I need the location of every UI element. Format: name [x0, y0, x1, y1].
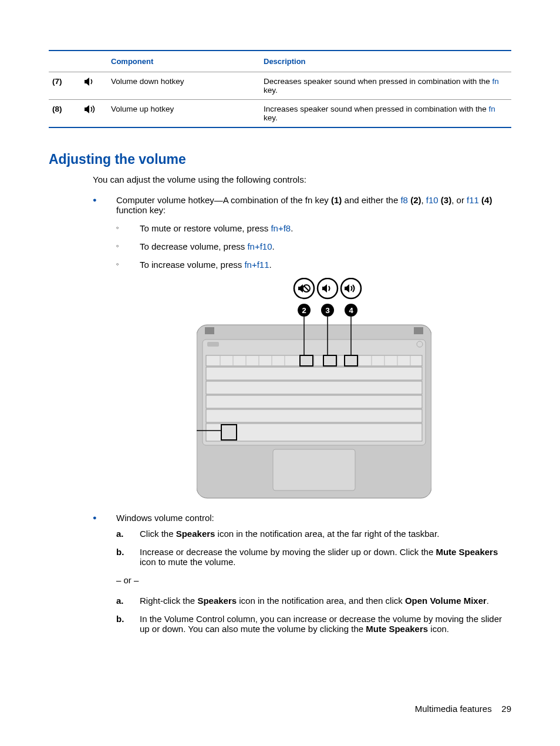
- list-item: To increase volume, press fn+f11.: [116, 260, 511, 270]
- component-name: Volume down hotkey: [111, 72, 264, 99]
- bold-text: Speakers: [176, 529, 215, 539]
- svg-text:3: 3: [325, 306, 329, 315]
- svg-point-2: [341, 278, 361, 298]
- volume-down-icon: [85, 72, 111, 99]
- svg-rect-23: [206, 395, 422, 408]
- body-text: icon to mute the volume.: [140, 557, 235, 567]
- svg-rect-40: [273, 449, 355, 490]
- svg-rect-20: [345, 355, 357, 366]
- desc-text: Increases speaker sound when pressed in …: [264, 105, 488, 113]
- table-header-row: Component Description: [49, 51, 511, 72]
- bold-text: Speakers: [197, 596, 237, 606]
- header-component: Component: [111, 51, 264, 72]
- svg-rect-13: [205, 327, 214, 334]
- svg-point-1: [318, 278, 338, 298]
- intro-paragraph: You can adjust the volume using the foll…: [93, 174, 511, 184]
- svg-rect-21: [206, 367, 422, 380]
- body-text: ,: [421, 195, 426, 205]
- list-marker: a.: [116, 596, 124, 606]
- component-desc: Increases speaker sound when pressed in …: [264, 100, 511, 127]
- desc-text: key.: [264, 86, 278, 95]
- body-text: and either the: [342, 195, 400, 205]
- fn-key-link[interactable]: fn: [492, 77, 498, 86]
- callout-number: (1): [331, 195, 342, 205]
- svg-rect-15: [207, 342, 219, 347]
- keyboard-illustration: 234: [197, 278, 431, 501]
- footer-section: Multimedia features: [415, 704, 492, 714]
- body-text: icon in the notification area, at the fa…: [215, 529, 439, 539]
- key-link[interactable]: fn+f10: [247, 241, 272, 251]
- body-text: .: [272, 241, 275, 251]
- bold-text: Mute Speakers: [366, 624, 428, 634]
- callout-number: (2): [410, 195, 421, 205]
- key-link[interactable]: f11: [467, 195, 479, 205]
- table-row: (8) Volume up hotkey Increases speaker s…: [49, 100, 511, 127]
- list-item: a.Click the Speakers icon in the notific…: [116, 529, 511, 539]
- body-text: function key:: [116, 205, 166, 215]
- table-bottom-rule: [49, 127, 511, 128]
- list-item: b.In the Volume Control column, you can …: [116, 614, 511, 634]
- bold-text: Open Volume Mixer: [405, 596, 487, 606]
- key-link[interactable]: fn+f11: [244, 260, 269, 270]
- body-text: Computer volume hotkey—A combination of …: [116, 195, 331, 205]
- svg-rect-39: [221, 425, 237, 440]
- body-text: icon.: [428, 624, 449, 634]
- body-text: To increase volume, press: [140, 260, 244, 270]
- body-text: To mute or restore volume, press: [140, 223, 271, 233]
- volume-up-icon: [85, 100, 111, 127]
- body-text: Right-click the: [140, 596, 197, 606]
- desc-text: key.: [264, 113, 278, 122]
- list-item: a.Right-click the Speakers icon in the n…: [116, 596, 511, 606]
- key-link[interactable]: f8: [400, 195, 408, 205]
- body-text: Click the: [140, 529, 176, 539]
- list-item: To mute or restore volume, press fn+f8.: [116, 223, 511, 233]
- body-text: Windows volume control:: [116, 513, 214, 523]
- table-row: (7) Volume down hotkey Decreases speaker…: [49, 72, 511, 99]
- key-link[interactable]: f10: [426, 195, 438, 205]
- svg-point-0: [294, 278, 314, 298]
- svg-text:2: 2: [302, 306, 306, 315]
- component-desc: Decreases speaker sound when pressed in …: [264, 72, 511, 99]
- body-text: Increase or decrease the volume by movin…: [140, 547, 436, 557]
- body-text: icon in the notification area, and then …: [237, 596, 405, 606]
- list-marker: b.: [116, 547, 124, 557]
- row-number: (8): [49, 100, 85, 127]
- list-item: To decrease volume, press fn+f10.: [116, 241, 511, 251]
- document-page: Component Description (7) Volume down ho…: [0, 0, 560, 746]
- list-item: Computer volume hotkey—A combination of …: [93, 195, 511, 501]
- component-table: Component Description: [49, 51, 511, 72]
- list-marker: b.: [116, 614, 124, 624]
- page-footer: Multimedia features 29: [415, 704, 511, 714]
- footer-page-number: 29: [501, 704, 511, 714]
- body-text: , or: [451, 195, 467, 205]
- section-heading: Adjusting the volume: [49, 152, 511, 167]
- svg-rect-22: [206, 381, 422, 394]
- svg-rect-19: [323, 355, 336, 366]
- list-marker: a.: [116, 529, 124, 539]
- svg-rect-14: [414, 327, 423, 334]
- or-separator: – or –: [116, 575, 511, 585]
- callout-number: (4): [481, 195, 492, 205]
- svg-rect-25: [206, 424, 422, 441]
- svg-rect-24: [206, 409, 422, 422]
- fn-key-link[interactable]: fn: [488, 105, 495, 113]
- bold-text: Mute Speakers: [436, 547, 498, 557]
- body-text: .: [487, 596, 489, 606]
- list-item: Windows volume control: a.Click the Spea…: [93, 513, 511, 634]
- list-item: b.Increase or decrease the volume by mov…: [116, 547, 511, 567]
- body-text: .: [291, 223, 293, 233]
- row-number: (7): [49, 72, 85, 99]
- callout-number: (3): [441, 195, 451, 205]
- header-description: Description: [264, 51, 511, 72]
- desc-text: Decreases speaker sound when pressed in …: [264, 77, 492, 86]
- svg-rect-18: [300, 355, 313, 366]
- component-name: Volume up hotkey: [111, 100, 264, 127]
- body-text: .: [269, 260, 272, 270]
- key-link[interactable]: fn+f8: [271, 223, 291, 233]
- body-text: To decrease volume, press: [140, 241, 247, 251]
- svg-text:4: 4: [349, 306, 353, 315]
